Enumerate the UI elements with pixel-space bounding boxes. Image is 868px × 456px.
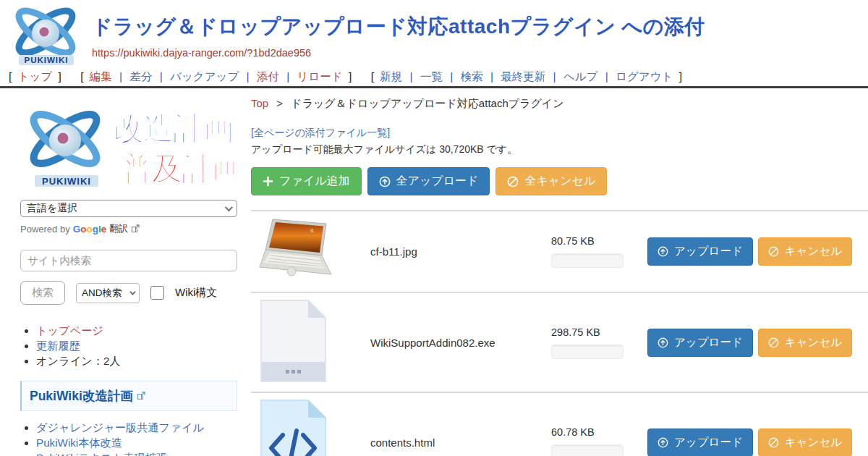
sidebar-link-core-mods[interactable]: PukiWiki本体改造	[36, 436, 122, 449]
upload-button[interactable]: アップロード	[647, 428, 753, 456]
upload-button[interactable]: アップロード	[647, 329, 753, 357]
sidebar-link-top-page[interactable]: トップページ	[36, 324, 103, 337]
wiki-syntax-checkbox[interactable]	[150, 286, 164, 300]
sidebar-link-update-history[interactable]: 更新履歴	[36, 339, 80, 352]
separator: |	[410, 70, 413, 83]
separator: |	[553, 70, 556, 83]
file-size: 298.75 KB	[551, 326, 637, 338]
breadcrumb: Top > ドラッグ＆ドロップアップロード対応attachプラグイン	[251, 97, 868, 111]
translate-label: 翻訳	[109, 222, 128, 235]
svg-text:PUKIWIKI: PUKIWIKI	[24, 56, 68, 64]
list-item: トップページ	[36, 324, 237, 338]
chevron-down-icon	[129, 289, 135, 295]
cancel-all-button[interactable]: 全キャンセル	[495, 167, 607, 195]
separator: |	[286, 70, 289, 83]
file-row: contents.html 60.78 KB アップロード キャンセル	[251, 392, 868, 456]
cancel-button[interactable]: キャンセル	[758, 428, 852, 456]
nav-link-new[interactable]: 新規	[380, 70, 402, 83]
pukiwiki-atom-logo-icon[interactable]: PUKIWIKI	[9, 4, 82, 69]
upload-progress-bar	[551, 253, 624, 268]
site-search-input[interactable]	[20, 250, 237, 271]
breadcrumb-current: ドラッグ＆ドロップアップロード対応attachプラグイン	[291, 97, 563, 109]
file-row: 8 cf-b11.jpg 80.75 KB アップロード キャンセル	[251, 210, 868, 292]
nav-link-help[interactable]: ヘルプ	[563, 70, 598, 83]
pukiwiki-kaizou-keikaku-logo[interactable]: PUKIWIKI 改造計画 普及計画	[20, 101, 237, 191]
search-button[interactable]: 検索	[20, 281, 65, 305]
external-link-icon	[137, 392, 145, 400]
circle-arrow-up-icon	[658, 437, 668, 448]
sidebar-heading-link[interactable]: PukiWiki改造計画	[30, 387, 133, 405]
nav-link-search[interactable]: 検索	[461, 70, 483, 83]
laptop-photo-thumbnail: 8	[258, 216, 338, 284]
bracket: ]	[349, 70, 352, 83]
list-item: 更新履歴	[36, 339, 237, 353]
bracket: [	[9, 70, 12, 83]
list-item: PukiWikiテキスト表現拡張	[36, 451, 248, 456]
sidebar-link-text-extension[interactable]: PukiWikiテキスト表現拡張	[36, 452, 167, 456]
online-count-text: オンライン：2人	[36, 355, 121, 367]
page-title: ドラッグ＆ドロップアップロード対応attachプラグイン への添付	[92, 13, 705, 41]
page-url-link[interactable]: https://pukiwiki.dajya-ranger.com/?1bd2d…	[92, 47, 311, 59]
bracket: ]	[679, 70, 682, 83]
separator: |	[450, 70, 453, 83]
file-row: WikiSupportAddin082.exe 298.75 KB アップロード…	[251, 292, 868, 392]
header-divider	[0, 86, 868, 88]
upload-progress-bar	[551, 444, 624, 456]
separator: |	[119, 70, 122, 83]
bracket: [	[371, 70, 374, 83]
sidebar-quick-links: トップページ 更新履歴 オンライン：2人	[20, 324, 237, 368]
html-code-file-icon	[258, 397, 328, 456]
circle-arrow-up-icon	[658, 337, 668, 348]
nav-link-list[interactable]: 一覧	[420, 70, 443, 83]
pending-file-list: 8 cf-b11.jpg 80.75 KB アップロード キャンセル	[251, 210, 868, 456]
max-upload-size-text: アップロード可能最大ファイルサイズは 30,720KB です。	[251, 143, 868, 156]
top-navbar: [ トップ ] [ 編集 | 差分 | バックアップ | 添付 | リロード ]…	[6, 69, 695, 85]
nav-link-logout[interactable]: ログアウト	[616, 70, 673, 83]
search-mode-value: AND検索	[82, 287, 122, 300]
logo-line1-text: 改造計画	[113, 111, 234, 145]
file-size: 80.75 KB	[551, 235, 637, 247]
upload-button[interactable]: アップロード	[647, 237, 753, 266]
language-select-value: 言語を選択	[27, 202, 77, 215]
main-content: Top > ドラッグ＆ドロップアップロード対応attachプラグイン [全ページ…	[250, 87, 868, 456]
logo-brand-text: PUKIWIKI	[42, 176, 91, 187]
header: PUKIWIKI ドラッグ＆ドロップアップロード対応attachプラグイン への…	[0, 0, 868, 87]
svg-text:8: 8	[310, 227, 314, 234]
separator: |	[605, 70, 608, 83]
cancel-button[interactable]: キャンセル	[758, 329, 852, 357]
nav-link-backup[interactable]: バックアップ	[170, 70, 239, 83]
upload-all-button[interactable]: 全アップロード	[367, 167, 490, 195]
language-select[interactable]: 言語を選択	[20, 200, 237, 217]
all-pages-attach-list-link[interactable]: [全ページの添付ファイル一覧]	[251, 127, 390, 140]
search-mode-select[interactable]: AND検索	[76, 283, 140, 303]
nav-link-diff[interactable]: 差分	[129, 70, 152, 83]
upload-progress-bar	[551, 345, 624, 359]
external-link-icon	[131, 224, 140, 233]
nav-link-attach[interactable]: 添付	[257, 70, 279, 83]
breadcrumb-home-link[interactable]: Top	[251, 97, 268, 109]
list-item: オンライン：2人	[36, 354, 237, 368]
list-item: ダジャレンジャー版共通ファイル	[36, 421, 248, 435]
circle-arrow-up-icon	[379, 176, 391, 187]
nav-link-edit[interactable]: 編集	[90, 70, 112, 83]
separator: |	[160, 70, 163, 83]
circle-arrow-up-icon	[658, 246, 668, 257]
cancel-button[interactable]: キャンセル	[758, 237, 852, 266]
separator: |	[247, 70, 250, 83]
nav-link-reload[interactable]: リロード	[297, 70, 343, 83]
bracket: [	[80, 70, 83, 83]
ban-icon	[768, 246, 779, 257]
nav-link-top[interactable]: トップ	[18, 70, 53, 83]
bracket: ]	[59, 70, 61, 83]
add-files-button[interactable]: ファイル追加	[251, 167, 362, 195]
google-logo: Google	[73, 224, 107, 235]
list-item: PukiWiki本体改造	[36, 436, 248, 450]
wiki-syntax-label: Wiki構文	[175, 286, 217, 300]
sidebar-link-common-files[interactable]: ダジャレンジャー版共通ファイル	[36, 421, 204, 434]
file-name: cf-b11.jpg	[370, 245, 551, 258]
file-name: WikiSupportAddin082.exe	[370, 337, 551, 349]
sidebar-section-heading: PukiWiki改造計画	[20, 381, 237, 411]
nav-link-recent[interactable]: 最終更新	[501, 70, 545, 83]
google-translate-attribution: Powered by Google 翻訳	[20, 222, 237, 235]
separator: |	[490, 70, 493, 83]
